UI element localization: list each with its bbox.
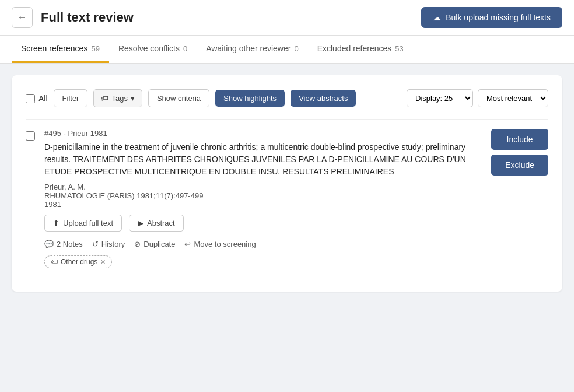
tags-container: 🏷 Other drugs ✕ bbox=[44, 256, 482, 268]
history-button[interactable]: ↺ History bbox=[92, 237, 125, 251]
abstract-button[interactable]: ▶ Abstract bbox=[129, 215, 184, 232]
tab-awaiting-count: 0 bbox=[294, 44, 298, 53]
bulk-upload-label: Bulk upload missing full texts bbox=[446, 13, 551, 22]
duplicate-button[interactable]: ⊘ Duplicate bbox=[134, 237, 175, 251]
history-label: History bbox=[102, 240, 125, 249]
tab-excluded-references[interactable]: Excluded references 53 bbox=[308, 36, 413, 63]
list-item: 🏷 Other drugs ✕ bbox=[44, 256, 112, 268]
tab-excluded-label: Excluded references bbox=[317, 44, 392, 53]
duplicate-label: Duplicate bbox=[144, 240, 175, 249]
tags-button[interactable]: 🏷 Tags ▾ bbox=[93, 89, 142, 107]
tab-awaiting-reviewer[interactable]: Awaiting other reviewer 0 bbox=[197, 36, 308, 63]
select-all-checkbox[interactable] bbox=[26, 94, 35, 103]
history-icon: ↺ bbox=[92, 240, 99, 249]
tab-resolve-label: Resolve conflicts bbox=[118, 44, 180, 53]
reference-decision-buttons: Include Exclude bbox=[491, 129, 548, 268]
upload-label: Upload full text bbox=[63, 219, 113, 228]
reference-checkbox[interactable] bbox=[26, 131, 35, 141]
chevron-down-icon: ▾ bbox=[131, 94, 135, 103]
move-icon: ↩ bbox=[184, 240, 191, 249]
bulk-upload-button[interactable]: ☁ Bulk upload missing full texts bbox=[421, 7, 562, 28]
tags-label: Tags bbox=[111, 94, 127, 103]
tabs-bar: Screen references 59 Resolve conflicts 0… bbox=[0, 36, 574, 64]
sort-select[interactable]: Most relevant Most recent Oldest first bbox=[478, 89, 548, 107]
toolbar: All Filter 🏷 Tags ▾ Show criteria Show h… bbox=[26, 89, 548, 107]
show-highlights-button[interactable]: Show highlights bbox=[215, 90, 285, 107]
tab-awaiting-label: Awaiting other reviewer bbox=[206, 44, 290, 53]
cloud-upload-icon: ☁ bbox=[433, 13, 441, 22]
tab-screen-count: 59 bbox=[91, 44, 99, 53]
exclude-button[interactable]: Exclude bbox=[491, 155, 548, 176]
reference-body: #495 - Prieur 1981 D-penicillamine in th… bbox=[44, 129, 482, 268]
move-label: Move to screening bbox=[194, 240, 256, 249]
tag-icon: 🏷 bbox=[101, 94, 108, 103]
back-button[interactable]: ← bbox=[12, 7, 33, 28]
move-to-screening-button[interactable]: ↩ Move to screening bbox=[184, 237, 256, 251]
display-select[interactable]: Display: 25 Display: 50 Display: 100 bbox=[407, 89, 473, 107]
upload-full-text-button[interactable]: ⬆ Upload full text bbox=[44, 215, 122, 232]
display-controls: Display: 25 Display: 50 Display: 100 Mos… bbox=[407, 89, 548, 107]
play-icon: ▶ bbox=[138, 219, 144, 228]
abstract-label: Abstract bbox=[147, 219, 175, 228]
content-card: All Filter 🏷 Tags ▾ Show criteria Show h… bbox=[12, 75, 562, 292]
reference-id: #495 - Prieur 1981 bbox=[44, 129, 482, 138]
header-left: ← Full text review bbox=[12, 7, 134, 28]
upload-icon: ⬆ bbox=[53, 219, 60, 228]
reference-year: 1981 bbox=[44, 200, 482, 209]
tab-screen-label: Screen references bbox=[21, 44, 88, 53]
reference-journal: RHUMATOLOGIE (PARIS) 1981;11(7):497-499 bbox=[44, 191, 482, 200]
tag-icon: 🏷 bbox=[51, 258, 58, 266]
main-content: All Filter 🏷 Tags ▾ Show criteria Show h… bbox=[0, 64, 574, 303]
notes-button[interactable]: 💬 2 Notes bbox=[44, 237, 83, 251]
filter-button[interactable]: Filter bbox=[54, 89, 88, 107]
notes-icon: 💬 bbox=[44, 240, 54, 249]
tag-remove-button[interactable]: ✕ bbox=[100, 259, 106, 265]
duplicate-icon: ⊘ bbox=[134, 240, 141, 249]
reference-title: D-penicillamine in the treatment of juve… bbox=[44, 141, 482, 178]
view-abstracts-button[interactable]: View abstracts bbox=[290, 90, 356, 107]
tab-resolve-conflicts[interactable]: Resolve conflicts 0 bbox=[109, 36, 197, 63]
table-row: #495 - Prieur 1981 D-penicillamine in th… bbox=[26, 119, 548, 278]
select-all-container: All bbox=[26, 94, 48, 103]
tab-screen-references[interactable]: Screen references 59 bbox=[12, 36, 109, 63]
page-title: Full text review bbox=[41, 10, 134, 25]
include-button[interactable]: Include bbox=[491, 129, 548, 150]
notes-label: 2 Notes bbox=[57, 240, 83, 249]
reference-author: Prieur, A. M. bbox=[44, 183, 482, 191]
tag-text: Other drugs bbox=[61, 258, 97, 266]
header: ← Full text review ☁ Bulk upload missing… bbox=[0, 0, 574, 36]
show-criteria-button[interactable]: Show criteria bbox=[148, 89, 209, 107]
all-label: All bbox=[38, 94, 48, 103]
reference-actions: ⬆ Upload full text ▶ Abstract bbox=[44, 215, 482, 232]
tab-resolve-count: 0 bbox=[183, 44, 187, 53]
tab-excluded-count: 53 bbox=[395, 44, 403, 53]
reference-meta: 💬 2 Notes ↺ History ⊘ Duplicate ↩ Move t… bbox=[44, 237, 482, 251]
